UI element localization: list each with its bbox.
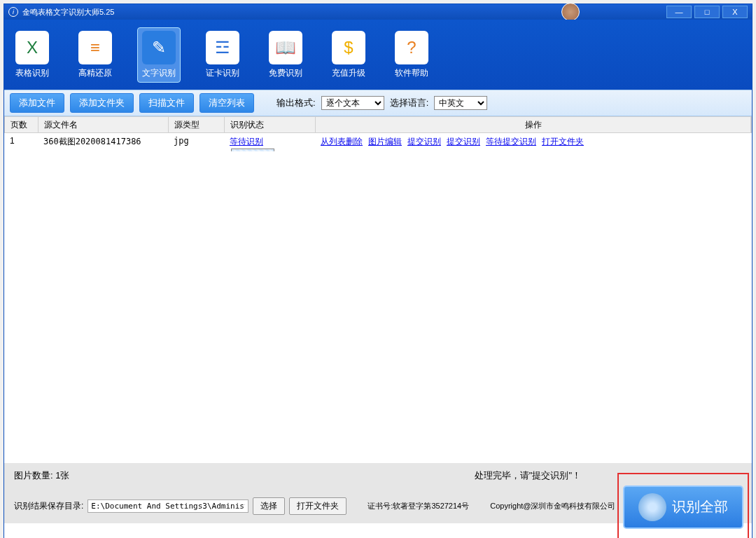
col-filename: 源文件名 xyxy=(38,117,169,132)
browse-button[interactable]: 选择 xyxy=(253,497,285,515)
col-status: 识别状态 xyxy=(225,117,316,132)
process-done-label: 处理完毕，请"提交识别"！ xyxy=(475,469,581,482)
maximize-button[interactable]: □ xyxy=(694,6,720,18)
action-bar: 添加文件 添加文件夹 扫描文件 清空列表 输出格式: 逐个文本 选择语言: 中英… xyxy=(4,90,752,116)
op-link[interactable]: 打开文件夹 xyxy=(542,137,584,146)
window-title: 金鸣表格文字识别大师5.25 xyxy=(22,7,561,18)
cell-file: 360截图2020081417386 xyxy=(38,136,168,151)
toolbar-label: 高精还原 xyxy=(78,67,112,79)
toolbar-label: 免费识别 xyxy=(269,67,302,79)
toolbar-label: 文字识别 xyxy=(142,67,176,79)
toolbar-icon: ≡ xyxy=(78,31,112,64)
toolbar-icon: ☲ xyxy=(206,31,239,64)
toolbar-item-0[interactable]: X表格识别 xyxy=(11,28,53,82)
save-dir-label: 识别结果保存目录: xyxy=(14,500,83,512)
app-window: i 金鸣表格文字识别大师5.25 — □ X X表格识别≡高精还原✎文字识别☲证… xyxy=(4,4,752,538)
app-icon: i xyxy=(8,7,18,17)
output-format-label: 输出格式: xyxy=(276,97,316,109)
op-link[interactable]: 从列表删除 xyxy=(321,137,363,146)
op-link[interactable]: 图片编辑 xyxy=(368,137,402,146)
cell-type: jpg xyxy=(168,136,224,151)
op-link[interactable]: 提交识别 xyxy=(407,137,441,146)
person-icon xyxy=(638,493,666,521)
col-ops: 操作 xyxy=(316,117,751,132)
clear-list-button[interactable]: 清空列表 xyxy=(200,93,254,113)
title-bar: i 金鸣表格文字识别大师5.25 — □ X xyxy=(4,4,752,20)
toolbar-label: 证卡识别 xyxy=(206,67,239,79)
toolbar-icon: 📖 xyxy=(269,31,302,64)
empty-area xyxy=(4,151,752,463)
recognize-all-label: 识别全部 xyxy=(672,497,728,516)
scan-file-button[interactable]: 扫描文件 xyxy=(139,93,194,113)
toolbar-item-5[interactable]: $充值升级 xyxy=(328,28,370,82)
cell-status: 等待识别 xyxy=(224,136,315,151)
add-folder-button[interactable]: 添加文件夹 xyxy=(70,93,134,113)
toolbar-label: 表格识别 xyxy=(15,67,49,79)
toolbar-icon: ✎ xyxy=(142,31,176,64)
image-count-label: 图片数量: 1张 xyxy=(14,469,475,482)
col-page: 页数 xyxy=(5,117,38,132)
op-link[interactable]: 等待提交识别 xyxy=(486,137,536,146)
toolbar-label: 软件帮助 xyxy=(395,67,428,79)
op-link[interactable]: 提交识别 xyxy=(447,137,480,146)
recognize-all-button[interactable]: 识别全部 xyxy=(623,485,743,529)
col-type: 源类型 xyxy=(169,117,225,132)
status-link[interactable]: 等待识别 xyxy=(230,137,263,146)
cell-page: 1 xyxy=(4,136,38,151)
language-label: 选择语言: xyxy=(390,97,429,109)
toolbar-item-6[interactable]: ?软件帮助 xyxy=(391,28,433,82)
output-format-select[interactable]: 逐个文本 xyxy=(321,96,384,110)
copyright-label: Copyright@深圳市金鸣科技有限公司 xyxy=(490,501,615,511)
toolbar-item-1[interactable]: ≡高精还原 xyxy=(74,28,116,82)
cert-label: 证书号:软著登字第3527214号 xyxy=(368,501,469,511)
table-header: 页数 源文件名 源类型 识别状态 操作 xyxy=(4,116,752,133)
main-toolbar: X表格识别≡高精还原✎文字识别☲证卡识别📖免费识别$充值升级?软件帮助 xyxy=(4,20,752,90)
toolbar-icon: $ xyxy=(332,31,365,64)
user-avatar[interactable] xyxy=(561,3,580,21)
language-select[interactable]: 中英文 xyxy=(434,96,487,110)
toolbar-label: 充值升级 xyxy=(332,67,365,79)
toolbar-item-2[interactable]: ✎文字识别 xyxy=(137,27,181,83)
toolbar-item-4[interactable]: 📖免费识别 xyxy=(265,28,307,82)
table-row: 1 360截图2020081417386 jpg 等待识别 从列表删除图片编辑提… xyxy=(4,133,752,151)
cell-ops: 从列表删除图片编辑提交识别提交识别等待提交识别打开文件夹 xyxy=(315,136,752,151)
save-dir-input[interactable] xyxy=(88,499,248,513)
add-file-button[interactable]: 添加文件 xyxy=(10,93,64,113)
minimize-button[interactable]: — xyxy=(666,6,692,18)
open-folder-button[interactable]: 打开文件夹 xyxy=(289,497,346,515)
close-button[interactable]: X xyxy=(722,6,748,18)
toolbar-icon: ? xyxy=(395,31,428,64)
toolbar-icon: X xyxy=(15,31,49,64)
recognize-all-highlight: 识别全部 Win7系统之家 Www.Winwin7.com xyxy=(617,473,749,538)
table-body: 1 360截图2020081417386 jpg 等待识别 从列表删除图片编辑提… xyxy=(4,133,752,151)
toolbar-item-3[interactable]: ☲证卡识别 xyxy=(202,28,244,82)
bottom-panel: 图片数量: 1张 处理完毕，请"提交识别"！ 识别结果保存目录: 选择 打开文件… xyxy=(4,463,752,538)
